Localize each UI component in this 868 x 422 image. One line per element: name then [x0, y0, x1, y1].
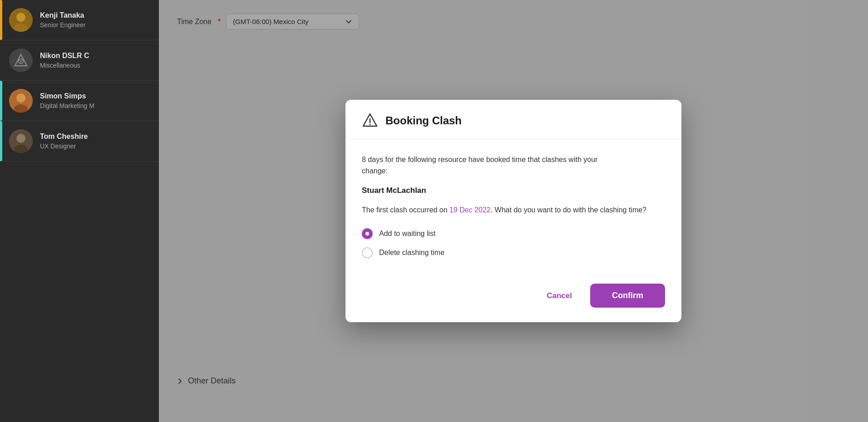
- svg-point-7: [16, 93, 25, 103]
- radio-waiting-label: Add to waiting list: [379, 230, 436, 238]
- warning-triangle-icon: [362, 113, 378, 129]
- modal-title: Booking Clash: [385, 114, 462, 127]
- clash-person-name: Stuart McLachlan: [362, 186, 665, 195]
- sidebar-item-kenji[interactable]: Kenji Tanaka Senior Engineer: [0, 0, 159, 40]
- sidebar-info-simon: Simon Simps Digital Marketing M: [40, 92, 94, 109]
- sidebar-role-nikon: Miscellaneous: [40, 62, 89, 69]
- radio-waiting-circle[interactable]: [362, 228, 373, 239]
- clash-date-link[interactable]: 19 Dec 2022: [449, 206, 491, 214]
- accent-bar-kenji: [0, 0, 2, 40]
- svg-point-13: [370, 123, 371, 125]
- main-content: Time Zone * (GMT-06:00) Mexico City: [159, 0, 868, 422]
- nikon-icon: [14, 53, 28, 68]
- clash-text-after: . What do you want to do with the clashi…: [491, 206, 646, 214]
- sidebar-item-nikon[interactable]: Nikon DSLR C Miscellaneous: [0, 40, 159, 81]
- confirm-button[interactable]: Confirm: [590, 284, 665, 308]
- accent-bar-tom: [0, 121, 2, 161]
- clash-text-before: The first clash occurred on: [362, 206, 449, 214]
- modal-footer: Cancel Confirm: [345, 275, 681, 322]
- avatar-tom: [9, 129, 33, 153]
- sidebar-name-nikon: Nikon DSLR C: [40, 52, 89, 60]
- modal-backdrop: Booking Clash 8 days for the following r…: [159, 0, 868, 422]
- sidebar-name-kenji: Kenji Tanaka: [40, 11, 85, 20]
- svg-point-10: [16, 134, 25, 143]
- app-background: Kenji Tanaka Senior Engineer Nikon DSLR …: [0, 0, 868, 422]
- sidebar-item-simon[interactable]: Simon Simps Digital Marketing M: [0, 81, 159, 121]
- sidebar-role-kenji: Senior Engineer: [40, 21, 85, 29]
- sidebar: Kenji Tanaka Senior Engineer Nikon DSLR …: [0, 0, 159, 422]
- svg-point-5: [20, 60, 22, 62]
- radio-delete-circle[interactable]: [362, 247, 373, 258]
- radio-delete-label: Delete clashing time: [379, 249, 444, 257]
- booking-clash-modal: Booking Clash 8 days for the following r…: [345, 100, 681, 323]
- modal-header: Booking Clash: [345, 100, 681, 139]
- avatar-nikon: [9, 49, 33, 72]
- clash-description: 8 days for the following resource have b…: [362, 154, 665, 177]
- radio-option-waiting[interactable]: Add to waiting list: [362, 228, 665, 239]
- modal-body: 8 days for the following resource have b…: [345, 139, 681, 275]
- radio-group: Add to waiting list Delete clashing time: [362, 228, 665, 258]
- radio-option-delete[interactable]: Delete clashing time: [362, 247, 665, 258]
- svg-point-1: [16, 13, 25, 22]
- sidebar-name-tom: Tom Cheshire: [40, 132, 88, 141]
- accent-bar-simon: [0, 81, 2, 121]
- clash-date-text: The first clash occurred on 19 Dec 2022.…: [362, 204, 665, 216]
- avatar-simon: [9, 89, 33, 113]
- sidebar-info-kenji: Kenji Tanaka Senior Engineer: [40, 11, 85, 29]
- avatar-kenji: [9, 8, 33, 32]
- sidebar-name-simon: Simon Simps: [40, 92, 94, 100]
- sidebar-info-nikon: Nikon DSLR C Miscellaneous: [40, 52, 89, 69]
- sidebar-item-tom[interactable]: Tom Cheshire UX Designer: [0, 121, 159, 162]
- svg-marker-3: [15, 54, 27, 66]
- sidebar-role-tom: UX Designer: [40, 142, 88, 150]
- sidebar-role-simon: Digital Marketing M: [40, 102, 94, 109]
- cancel-button[interactable]: Cancel: [536, 285, 583, 307]
- sidebar-info-tom: Tom Cheshire UX Designer: [40, 132, 88, 150]
